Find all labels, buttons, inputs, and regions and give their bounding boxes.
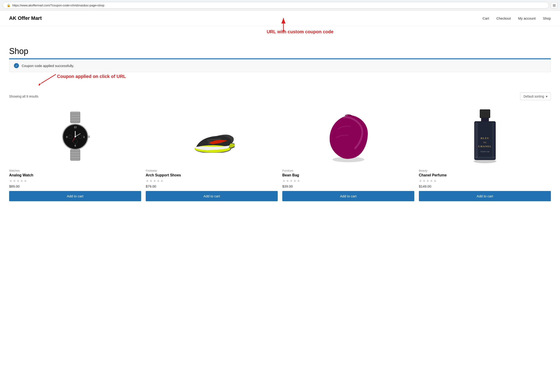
svg-rect-45	[492, 123, 494, 158]
product-image-shoes	[146, 107, 278, 166]
svg-point-20	[75, 136, 76, 137]
svg-rect-9	[71, 121, 80, 122]
sort-dropdown[interactable]: Default sorting ▾	[520, 93, 551, 100]
coupon-check-icon: ✓	[14, 63, 19, 68]
product-stars-3: ★ ★ ★ ★ ★	[419, 179, 551, 183]
star-2: ★	[149, 179, 152, 183]
product-price-1: $79.00	[146, 184, 278, 188]
browser-lock-icon: 🔒	[7, 3, 10, 7]
site-nav: Cart Checkout My account Shop	[483, 16, 551, 20]
star-5: ★	[433, 179, 437, 183]
svg-text:BLEU: BLEU	[481, 137, 489, 139]
product-card-perfume: BLEU DE CHANEL PARFUM Beauty Chanel Perf…	[419, 107, 551, 201]
product-category-0: Watches	[9, 169, 141, 172]
url-annotation-text: URL with custom coupon code	[267, 29, 333, 34]
svg-text:PARFUM: PARFUM	[480, 151, 489, 153]
url-annotation-area: URL with custom coupon code	[0, 26, 560, 42]
star-4: ★	[430, 179, 433, 183]
star-1: ★	[419, 179, 422, 183]
svg-rect-28	[71, 153, 80, 155]
svg-rect-30	[71, 158, 80, 160]
svg-rect-7	[71, 116, 80, 117]
svg-text:3: 3	[83, 136, 85, 138]
star-4: ★	[20, 179, 23, 183]
nav-checkout[interactable]: Checkout	[496, 16, 511, 20]
browser-bar: 🔒 https://www.akoffermart.com/?coupon-co…	[0, 0, 560, 11]
product-price-0: $89.00	[9, 184, 141, 188]
add-to-cart-button-1[interactable]: Add to cart	[146, 191, 278, 201]
product-stars-1: ★ ★ ★ ★ ★	[146, 179, 278, 183]
nav-cart[interactable]: Cart	[483, 16, 489, 20]
url-text: https://www.akoffermart.com/?coupon-code…	[12, 4, 104, 7]
product-card-beanbag: Furniture Bean Bag ★ ★ ★ ★ ★ $39.00 Add …	[282, 107, 414, 201]
page-title: Shop	[0, 42, 560, 58]
product-price-3: $149.00	[419, 184, 551, 188]
product-category-3: Beauty	[419, 169, 551, 172]
product-stars-2: ★ ★ ★ ★ ★	[282, 179, 414, 183]
add-to-cart-button-3[interactable]: Add to cart	[419, 191, 551, 201]
svg-rect-44	[475, 123, 478, 158]
product-name-3: Chanel Perfume	[419, 173, 551, 177]
results-bar: Showing all 9 results Default sorting ▾	[0, 88, 560, 103]
svg-rect-50	[475, 157, 495, 159]
svg-rect-27	[71, 150, 80, 152]
star-3: ★	[290, 179, 293, 183]
svg-rect-40	[480, 110, 490, 118]
product-name-2: Bean Bag	[282, 173, 414, 177]
star-3: ★	[426, 179, 429, 183]
star-5: ★	[24, 179, 27, 183]
star-3: ★	[16, 179, 20, 183]
svg-text:DE: DE	[483, 141, 487, 144]
product-grid: 12 3 6 9	[0, 103, 560, 210]
svg-point-51	[474, 159, 496, 163]
results-count: Showing all 9 results	[9, 95, 38, 98]
coupon-message: Coupon code applied successfully.	[22, 64, 74, 68]
star-1: ★	[9, 179, 12, 183]
star-2: ★	[422, 179, 426, 183]
svg-rect-29	[71, 156, 80, 157]
product-category-1: Footwear	[146, 169, 278, 172]
beanbag-image-svg	[326, 110, 371, 163]
coupon-annotation-text: Coupon applied on click of URL	[57, 74, 126, 79]
svg-rect-6	[71, 113, 80, 115]
star-3: ★	[153, 179, 156, 183]
svg-rect-24	[88, 136, 90, 138]
product-card-shoes: Footwear Arch Support Shoes ★ ★ ★ ★ ★ $7…	[146, 107, 278, 201]
extension-icon[interactable]: ⊞	[551, 2, 557, 9]
star-1: ★	[146, 179, 149, 183]
product-image-perfume: BLEU DE CHANEL PARFUM	[419, 107, 551, 166]
star-5: ★	[160, 179, 163, 183]
coupon-arrow-svg	[39, 72, 57, 86]
svg-line-3	[41, 74, 56, 83]
product-price-2: $39.00	[282, 184, 414, 188]
product-image-watch: 12 3 6 9	[9, 107, 141, 166]
svg-text:6: 6	[74, 144, 76, 147]
coupon-notice: ✓ Coupon code applied successfully.	[9, 59, 551, 72]
product-card-watch: 12 3 6 9	[9, 107, 141, 201]
chevron-down-icon: ▾	[546, 95, 548, 98]
svg-rect-41	[481, 118, 489, 122]
star-5: ★	[297, 179, 300, 183]
product-image-beanbag	[282, 107, 414, 166]
star-4: ★	[293, 179, 296, 183]
star-1: ★	[282, 179, 285, 183]
star-2: ★	[286, 179, 289, 183]
svg-rect-8	[71, 118, 80, 120]
star-2: ★	[13, 179, 16, 183]
product-stars-0: ★ ★ ★ ★ ★	[9, 179, 141, 183]
product-name-0: Analog Watch	[9, 173, 141, 177]
svg-text:12: 12	[74, 126, 76, 128]
svg-text:CHANEL: CHANEL	[478, 145, 492, 148]
shoes-image-svg	[189, 121, 235, 153]
sort-label: Default sorting	[523, 95, 544, 98]
nav-shop[interactable]: Shop	[543, 16, 551, 20]
coupon-annotation-area: Coupon applied on click of URL	[0, 72, 560, 88]
nav-myaccount[interactable]: My account	[518, 16, 536, 20]
site-logo: AK Offer Mart	[9, 15, 42, 21]
url-bar[interactable]: 🔒 https://www.akoffermart.com/?coupon-co…	[3, 2, 549, 9]
add-to-cart-button-0[interactable]: Add to cart	[9, 191, 141, 201]
perfume-image-svg: BLEU DE CHANEL PARFUM	[470, 109, 500, 164]
watch-image-svg: 12 3 6 9	[55, 112, 96, 162]
add-to-cart-button-2[interactable]: Add to cart	[282, 191, 414, 201]
product-name-1: Arch Support Shoes	[146, 173, 278, 177]
